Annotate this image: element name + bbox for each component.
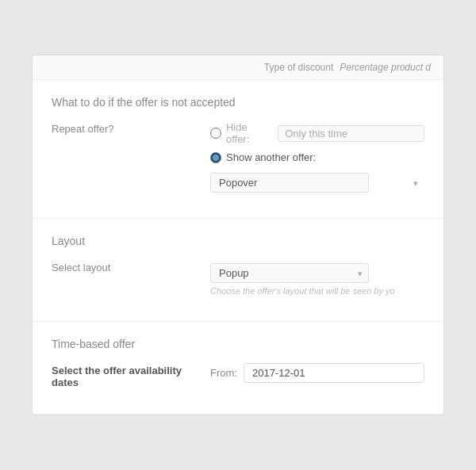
show-another-offer-row: Show another offer:: [210, 151, 424, 163]
radio-group: Hide offer: Show another offer: Popover …: [210, 121, 424, 193]
layout-title: Layout: [52, 235, 424, 247]
availability-row: Select the offer availability dates From…: [52, 363, 424, 388]
hide-offer-input[interactable]: [278, 125, 424, 142]
time-based-section: Time-based offer Select the offer availa…: [33, 322, 443, 415]
top-bar-label: Type of discount: [264, 62, 333, 73]
hide-offer-radio[interactable]: [210, 128, 221, 139]
popover-select[interactable]: Popover Modal Inline: [210, 173, 369, 193]
top-bar: Type of discount Percentage product d: [33, 55, 443, 80]
show-another-offer-label: Show another offer:: [226, 151, 316, 163]
layout-select-wrapper: Popup Sidebar Inline: [210, 263, 369, 283]
select-layout-label: Select layout: [52, 260, 210, 273]
layout-control: Popup Sidebar Inline Choose the offer's …: [210, 260, 424, 296]
not-accepted-title: What to do if the offer is not accepted: [52, 96, 424, 109]
select-layout-row: Select layout Popup Sidebar Inline Choos…: [52, 260, 424, 296]
not-accepted-section: What to do if the offer is not accepted …: [33, 80, 443, 219]
popover-select-wrapper: Popover Modal Inline: [210, 173, 424, 193]
availability-label: Select the offer availability dates: [52, 363, 210, 388]
hide-offer-label: Hide offer:: [226, 121, 273, 145]
from-date-input[interactable]: [244, 363, 424, 383]
from-label: From:: [210, 367, 237, 379]
time-based-title: Time-based offer: [52, 338, 424, 350]
hide-offer-row: Hide offer:: [210, 121, 424, 145]
repeat-offer-label: Repeat offer?: [52, 121, 210, 135]
show-another-offer-radio[interactable]: [210, 152, 221, 163]
availability-control: From:: [210, 363, 424, 383]
top-bar-value: Percentage product d: [340, 62, 431, 73]
settings-card: Type of discount Percentage product d Wh…: [32, 55, 444, 415]
repeat-offer-control: Hide offer: Show another offer: Popover …: [210, 121, 424, 193]
layout-select[interactable]: Popup Sidebar Inline: [210, 263, 369, 283]
layout-section: Layout Select layout Popup Sidebar Inlin…: [33, 219, 443, 322]
repeat-offer-row: Repeat offer? Hide offer: Show another o…: [52, 121, 424, 193]
layout-hint: Choose the offer's layout that will be s…: [210, 286, 424, 296]
from-row: From:: [210, 363, 424, 383]
